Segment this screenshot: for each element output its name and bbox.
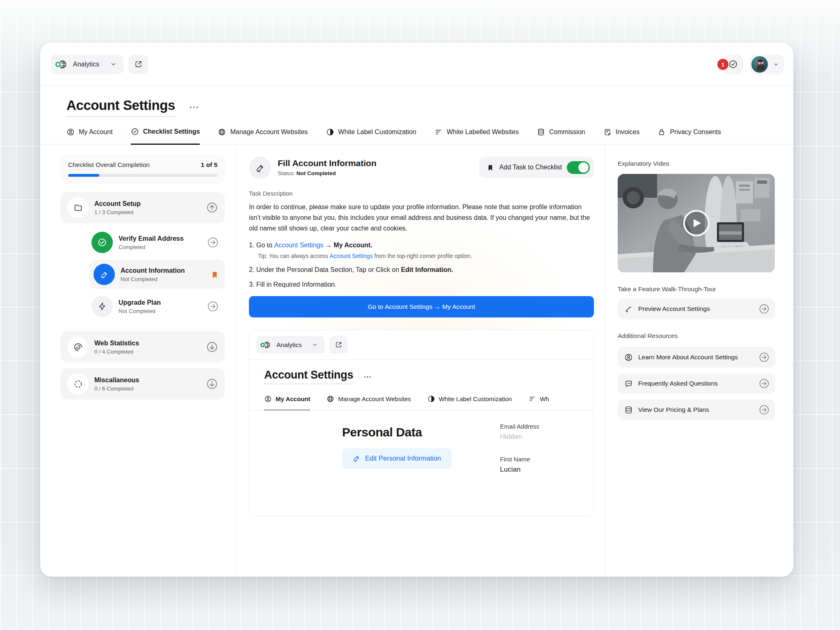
workspace-name: Analytics [73, 61, 99, 68]
notification-badge: 1 [717, 59, 728, 70]
check-circle-icon [728, 59, 738, 69]
status-dot-icon [55, 62, 61, 67]
profile-menu-button[interactable] [749, 55, 784, 74]
bookmark-icon [210, 270, 219, 279]
pricing-plans-button[interactable]: View Our Pricing & Plans [618, 399, 775, 420]
preview-personal-data-section: Personal Data Edit Personal Information … [249, 411, 593, 516]
preview-overflow-menu[interactable] [364, 376, 371, 378]
task-description: In order to continue, please make sure t… [249, 202, 594, 234]
collapse-arrow-up-icon[interactable] [206, 201, 218, 214]
arrow-right-circle-icon [758, 352, 770, 363]
account-settings-link[interactable]: Account Settings [330, 253, 373, 259]
completion-count: 1 of 5 [201, 161, 217, 169]
tab-white-labelled-websites[interactable]: White Labelled Websites [434, 128, 519, 144]
account-settings-link[interactable]: Account Settings [274, 242, 323, 249]
chat-icon [624, 379, 633, 388]
faq-button[interactable]: Frequently Asked Questions [618, 373, 775, 394]
group-subtitle: 1 / 3 Completed [94, 209, 141, 215]
task-title: Fill Account Information [278, 158, 377, 168]
check-circle-icon [131, 128, 139, 136]
explanatory-video-thumbnail [618, 174, 775, 272]
step-2: 2. Under the Personal Data Section, Tap … [249, 265, 594, 275]
page-title: Account Settings [66, 98, 175, 117]
half-circle-icon [427, 395, 435, 403]
tab-commission[interactable]: Commission [537, 128, 585, 144]
external-link-icon [134, 60, 143, 68]
completion-progress-fill [68, 174, 99, 177]
additional-resources-label: Additional Resources [618, 332, 775, 340]
group-web-statistics[interactable]: Web Statistics 0 / 4 Completed [61, 331, 225, 363]
topbar-right: 1 [723, 55, 784, 74]
group-account-setup[interactable]: Account Setup 1 / 3 Completed [61, 192, 225, 223]
preview-tab-manage-account-websites[interactable]: Manage Account Websites [326, 395, 411, 410]
open-external-button[interactable] [128, 55, 148, 74]
tab-my-account[interactable]: My Account [66, 128, 113, 144]
email-address-value: Hidden [500, 433, 539, 441]
app-window: Analytics 1 [40, 43, 793, 577]
learn-more-button[interactable]: Learn More About Account Settings [618, 347, 775, 368]
go-to-account-settings-button[interactable]: Go to Account Settings → My Account [249, 296, 594, 317]
topbar: Analytics 1 [40, 43, 793, 86]
task-account-information[interactable]: Account Information Not Completed [89, 260, 225, 289]
bolt-icon [98, 302, 107, 311]
task-description-label: Task Description [249, 190, 594, 197]
tab-white-label-customization[interactable]: White Label Customization [326, 128, 416, 144]
pencil-icon [256, 163, 265, 173]
status-dot-icon [260, 342, 265, 347]
completion-progress [68, 174, 217, 177]
add-task-label: Add Task to Checklist [499, 164, 562, 171]
chevron-down-icon [312, 342, 318, 348]
pencil-icon [100, 270, 109, 279]
preview-open-external-button[interactable] [329, 336, 347, 354]
preview-tab-white-label-customization[interactable]: White Label Customization [427, 395, 512, 410]
arrow-right-circle-icon [758, 378, 770, 389]
external-link-icon [335, 341, 342, 349]
preview-topbar: Analytics [249, 330, 593, 360]
add-task-toggle[interactable] [567, 161, 590, 174]
workspace-name: Analytics [276, 341, 302, 349]
preview-tabs: My Account Manage Account Websites White… [249, 395, 593, 411]
database-icon [624, 406, 633, 414]
main-tabs: My Account Checklist Settings Manage Acc… [40, 128, 793, 144]
filter-lines-icon [434, 128, 443, 136]
edit-personal-information-button[interactable]: Edit Personal Information [342, 448, 452, 469]
chevron-down-icon [110, 61, 117, 68]
pencil-icon [353, 454, 361, 462]
task-status: Status: Not Completed [278, 170, 377, 176]
group-miscallaneous[interactable]: Miscallaneous 0 / 6 Completed [61, 368, 225, 399]
route-icon [624, 305, 633, 313]
workspace-select[interactable]: Analytics [51, 55, 123, 74]
arrow-right-circle-icon [758, 303, 770, 315]
step-1: 1. Go to Account Settings → My Account. … [249, 240, 594, 260]
step-3: 3. Fill in Required Information. [249, 280, 594, 290]
play-button[interactable] [683, 210, 710, 236]
bookmark-icon [486, 164, 494, 171]
globe-icon [326, 395, 334, 403]
play-icon [693, 218, 702, 228]
task-upgrade-plan[interactable]: Upgrade Plan Not Completed [89, 292, 225, 321]
task-verify-email[interactable]: Verify Email Address Completed [89, 228, 225, 257]
dashed-circle-icon [73, 379, 83, 389]
page-overflow-menu[interactable] [187, 104, 201, 111]
preview-tab-truncated[interactable]: Wh [528, 395, 549, 410]
expand-arrow-down-icon[interactable] [206, 341, 218, 353]
preview-workspace-select[interactable]: Analytics [256, 336, 324, 354]
preview-account-settings-button[interactable]: Preview Account Settings [618, 299, 775, 319]
group-title: Account Setup [94, 200, 141, 208]
tab-checklist-settings[interactable]: Checklist Settings [131, 128, 200, 145]
expand-arrow-down-icon[interactable] [206, 378, 218, 390]
workspace-globe-icon [57, 59, 68, 69]
go-arrow-icon[interactable] [207, 300, 219, 313]
preview-tab-my-account[interactable]: My Account [264, 395, 310, 411]
tab-invoices[interactable]: Invoices [603, 128, 640, 144]
database-icon [537, 128, 545, 136]
tab-manage-account-websites[interactable]: Manage Account Websites [218, 128, 308, 144]
lock-icon [657, 128, 666, 136]
invoice-icon [603, 128, 612, 136]
user-circle-icon [66, 128, 75, 136]
go-arrow-icon[interactable] [207, 236, 219, 249]
help-sidebar: Explanatory Video [605, 144, 793, 577]
spiral-icon [73, 342, 83, 352]
tab-privacy-consents[interactable]: Privacy Consents [657, 128, 721, 144]
notifications-button[interactable]: 1 [723, 55, 743, 74]
